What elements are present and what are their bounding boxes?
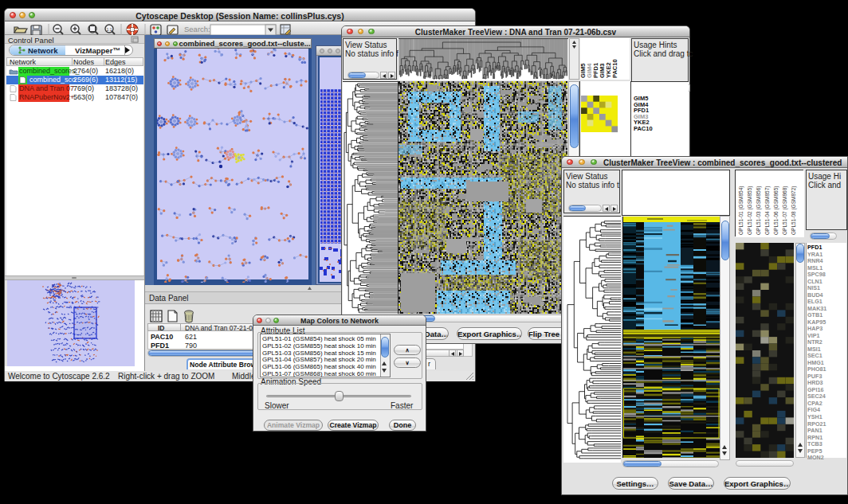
svg-text:GPL51-02 (GSM855): GPL51-02 (GSM855) — [747, 186, 753, 235]
svg-text:Search:: Search: — [184, 25, 210, 33]
svg-text:PAC10: PAC10 — [611, 59, 618, 78]
svg-text:GPL51-04 (GSM857): GPL51-04 (GSM857) — [764, 186, 771, 235]
svg-text:GPL51-01 (GSM854): GPL51-01 (GSM854) — [738, 186, 744, 235]
svg-text:1:1: 1:1 — [107, 27, 112, 32]
svg-text:GPL51-03 (GSM856): GPL51-03 (GSM856) — [756, 186, 762, 235]
svg-text:GPL51-08 (GSM872): GPL51-08 (GSM872) — [791, 186, 797, 235]
svg-text:GPL51-07 (GSM868): GPL51-07 (GSM868) — [782, 186, 788, 235]
svg-text:GPL51-06 (GSM865): GPL51-06 (GSM865) — [773, 186, 779, 235]
